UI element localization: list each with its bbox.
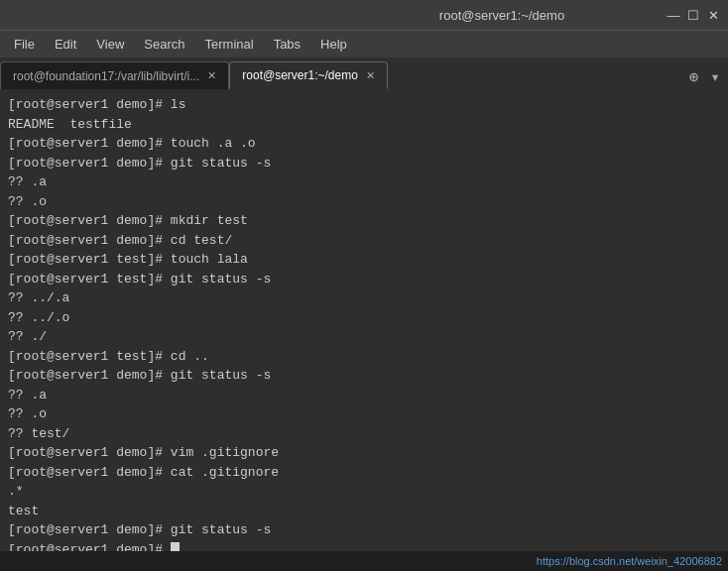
terminal-line: [root@server1 test]# cd ..: [8, 347, 720, 367]
terminal-line: ?? ../.o: [8, 308, 720, 328]
terminal-line: [root@server1 demo]# mkdir test: [8, 211, 720, 231]
tab-bar: root@foundation17:/var/lib/libvirt/i...✕…: [0, 57, 728, 89]
terminal-line: [root@server1 test]# git status -s: [8, 270, 720, 289]
status-url: https://blog.csdn.net/weixin_42006882: [537, 555, 722, 567]
title-bar: root@server1:~/demo — ☐ ✕: [0, 0, 728, 30]
terminal-line: [root@server1 demo]# touch .a .o: [8, 134, 720, 154]
terminal-line: ?? ./: [8, 327, 720, 347]
terminal-line: ?? test/: [8, 424, 720, 444]
terminal-line: [root@server1 demo]# git status -s: [8, 520, 720, 540]
menu-item-search[interactable]: Search: [134, 35, 194, 54]
tab-dropdown-button[interactable]: ▾: [706, 65, 724, 89]
tab-close-0[interactable]: ✕: [207, 69, 216, 82]
tab-0[interactable]: root@foundation17:/var/lib/libvirt/i...✕: [0, 61, 229, 89]
terminal-line: [root@server1 demo]# git status -s: [8, 154, 720, 173]
menu-item-help[interactable]: Help: [310, 35, 357, 54]
window-title: root@server1:~/demo: [337, 8, 667, 23]
terminal-line: [root@server1 demo]#: [8, 540, 720, 552]
terminal-line: ?? .o: [8, 404, 720, 424]
tab-label-1: root@server1:~/demo: [242, 68, 358, 82]
terminal-line: [root@server1 demo]# cat .gitignore: [8, 463, 720, 483]
minimize-button[interactable]: —: [667, 8, 680, 22]
tab-1[interactable]: root@server1:~/demo✕: [229, 61, 388, 89]
terminal-line: [root@server1 test]# touch lala: [8, 250, 720, 270]
terminal-line: [root@server1 demo]# cd test/: [8, 231, 720, 251]
terminal-line: ?? .a: [8, 386, 720, 405]
terminal-content[interactable]: [root@server1 demo]# lsREADME testfile[r…: [0, 89, 728, 551]
status-bar: https://blog.csdn.net/weixin_42006882: [0, 551, 728, 571]
menu-item-tabs[interactable]: Tabs: [264, 35, 310, 54]
new-tab-button[interactable]: ⊕: [685, 65, 703, 89]
menu-item-view[interactable]: View: [86, 35, 134, 54]
terminal-line: ?? .a: [8, 172, 720, 192]
terminal-line: [root@server1 demo]# git status -s: [8, 366, 720, 386]
menu-bar: FileEditViewSearchTerminalTabsHelp: [0, 30, 728, 57]
terminal-cursor: [171, 542, 180, 552]
terminal-line: test: [8, 502, 720, 521]
terminal-line: .*: [8, 482, 720, 502]
tab-label-0: root@foundation17:/var/lib/libvirt/i...: [13, 69, 199, 83]
maximize-button[interactable]: ☐: [686, 8, 700, 22]
menu-item-file[interactable]: File: [4, 35, 45, 54]
menu-item-edit[interactable]: Edit: [45, 35, 86, 54]
close-button[interactable]: ✕: [706, 8, 720, 22]
tab-actions: ⊕▾: [685, 65, 728, 89]
terminal-line: [root@server1 demo]# ls: [8, 95, 720, 115]
terminal-line: [root@server1 demo]# vim .gitignore: [8, 443, 720, 463]
menu-item-terminal[interactable]: Terminal: [195, 35, 264, 54]
terminal-line: README testfile: [8, 115, 720, 135]
tab-close-1[interactable]: ✕: [366, 69, 375, 82]
terminal-line: ?? ../.a: [8, 288, 720, 308]
window-controls: — ☐ ✕: [667, 8, 720, 22]
terminal-line: ?? .o: [8, 192, 720, 212]
